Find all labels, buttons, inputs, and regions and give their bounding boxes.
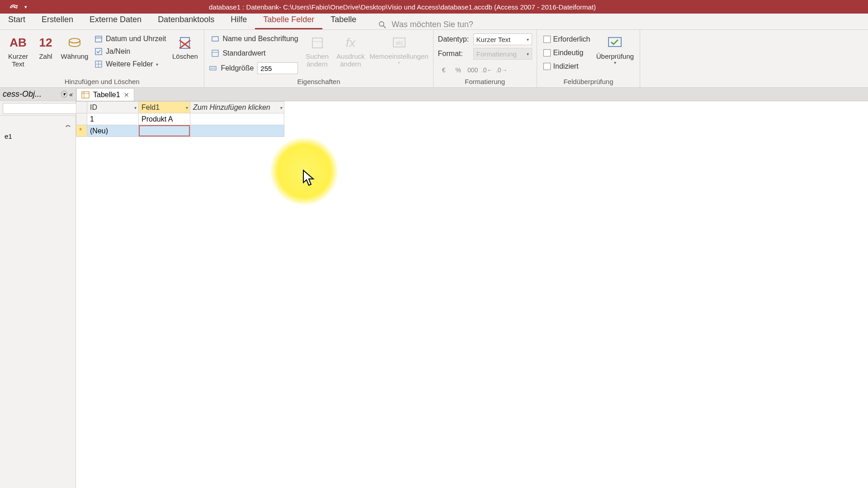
col-f1-label: Feld1 [142, 103, 160, 111]
cell-feld1[interactable]: Produkt A [139, 113, 190, 125]
chk-eindeutig[interactable]: Eindeutig [542, 48, 592, 58]
checkbox-icon [543, 36, 551, 43]
btn-datum[interactable]: Datum und Uhrzeit [92, 33, 168, 44]
cell-empty[interactable] [190, 125, 284, 137]
column-header-add[interactable]: Zum Hinzufügen klicken ▾ [190, 102, 284, 113]
cursor-icon [302, 169, 318, 188]
tab-datenbanktools[interactable]: Datenbanktools [150, 11, 222, 29]
datentyp-value: Kurzer Text [476, 36, 511, 43]
btn-weitere[interactable]: Weitere Felder ▾ [92, 59, 168, 70]
btn-name-beschriftung[interactable]: Name und Beschriftung [209, 33, 300, 44]
tab-tabelle-felder[interactable]: Tabelle Felder [255, 11, 322, 29]
size-icon [209, 64, 217, 72]
column-dropdown-icon[interactable]: ▾ [186, 105, 188, 110]
btn-standard-label: Standardwert [222, 49, 265, 57]
btn-kurzer-text-label: Kurzer Text [5, 52, 32, 68]
highlight-spotlight [270, 137, 338, 205]
select-all-cell[interactable] [76, 102, 87, 113]
column-header-id[interactable]: ID ▾ [87, 102, 139, 113]
tab-start[interactable]: Start [0, 11, 33, 29]
datentyp-select[interactable]: Kurzer Text ▾ [473, 33, 532, 45]
row-selector[interactable] [76, 113, 87, 125]
checkbox-icon [94, 47, 103, 56]
redo-icon[interactable] [9, 3, 19, 11]
btn-loeschen-label: Löschen [172, 52, 198, 60]
feldgroesse-input[interactable] [257, 62, 298, 74]
chevron-down-icon: ▾ [527, 52, 529, 56]
svg-rect-13 [212, 50, 218, 56]
tell-me-search[interactable]: Was möchten Sie tun? [378, 20, 473, 29]
tab-externe-daten[interactable]: Externe Daten [81, 11, 150, 29]
feldgroesse-label: Feldgröße [221, 64, 254, 72]
group-formatting-label: Formatierung [438, 76, 532, 87]
svg-text:ab|: ab| [396, 40, 403, 46]
btn-kurzer-text[interactable]: AB Kurzer Text [5, 32, 32, 68]
svg-rect-23 [82, 92, 89, 98]
chk-erforderlich[interactable]: Erforderlich [542, 34, 592, 44]
btn-suchen-label: Suchen ändern [303, 52, 332, 68]
datasheet-area: Tabelle1 ✕ ID ▾ Feld1 ▾ Zum Hinz [76, 88, 868, 488]
btn-standardwert[interactable]: Standardwert [209, 48, 300, 59]
btn-name-label: Name und Beschriftung [222, 35, 298, 43]
percent-format-icon: % [453, 65, 464, 75]
format-select: Formatierung ▾ [473, 48, 532, 60]
cell-id[interactable]: 1 [87, 113, 139, 125]
btn-loeschen[interactable]: Löschen [170, 32, 199, 60]
column-header-feld1[interactable]: Feld1 ▾ [139, 102, 190, 113]
btn-ueberpruefung[interactable]: Überprüfung ▾ [594, 32, 635, 66]
tab-tabelle[interactable]: Tabelle [322, 11, 364, 29]
doc-tab-tabelle1[interactable]: Tabelle1 ✕ [76, 88, 134, 101]
svg-rect-20 [609, 38, 621, 47]
new-row-indicator: * [76, 125, 87, 137]
datasheet-grid[interactable]: ID ▾ Feld1 ▾ Zum Hinzufügen klicken ▾ 1 [76, 101, 868, 488]
cell-new-id[interactable]: (Neu) [87, 125, 139, 137]
row-datentyp: Datentyp: Kurzer Text ▾ [438, 33, 532, 45]
nav-title: cess-Obj... [3, 89, 42, 99]
field-feldgroesse: Feldgröße [209, 62, 300, 74]
delete-icon [176, 34, 193, 52]
btn-ausdruck-aendern: fx Ausdruck ändern [335, 32, 367, 68]
btn-memo: ab| Memoeinstellungen ▾ [370, 32, 429, 66]
new-record-row[interactable]: * (Neu) [76, 125, 284, 137]
currency-format-icon: € [438, 65, 450, 75]
group-add-delete-label: Hinzufügen und Löschen [5, 76, 199, 87]
column-dropdown-icon[interactable]: ▾ [134, 105, 137, 110]
nav-header[interactable]: cess-Obj... ▾ « [0, 88, 75, 101]
btn-waehrung[interactable]: Währung [60, 32, 90, 60]
svg-rect-16 [312, 38, 322, 48]
column-dropdown-icon[interactable]: ▾ [280, 105, 282, 110]
nav-group-collapse-icon[interactable]: ︽ [66, 121, 71, 129]
svg-rect-3 [95, 36, 102, 42]
nav-dropdown-icon[interactable]: ▾ [61, 91, 67, 98]
group-validation: Erforderlich Eindeutig Indiziert Überprü… [537, 30, 641, 87]
indiziert-label: Indiziert [553, 62, 579, 70]
nav-search-input[interactable] [3, 103, 84, 114]
cell-new-feld1-editing[interactable] [139, 125, 190, 137]
chevron-down-icon: ▾ [156, 62, 158, 67]
btn-zahl-label: Zahl [39, 52, 52, 60]
close-icon[interactable]: ✕ [124, 91, 129, 99]
lookup-icon [309, 34, 326, 52]
group-properties-label: Eigenschaften [209, 76, 428, 87]
row-format: Format: Formatierung ▾ [438, 48, 532, 60]
btn-zahl[interactable]: 12 Zahl [34, 32, 57, 60]
cell-empty[interactable] [190, 113, 284, 125]
svg-rect-12 [212, 37, 218, 41]
datentyp-label: Datentyp: [438, 35, 470, 43]
chk-indiziert[interactable]: Indiziert [542, 61, 592, 71]
svg-rect-5 [95, 48, 102, 55]
col-id-label: ID [90, 103, 97, 111]
table-row[interactable]: 1 Produkt A [76, 113, 284, 125]
format-value: Formatierung [476, 50, 517, 58]
tab-hilfe[interactable]: Hilfe [222, 11, 255, 29]
decrease-decimal-icon: .0→ [496, 65, 508, 75]
nav-collapse-icon[interactable]: « [69, 91, 73, 98]
ribbon-tabs: Start Erstellen Externe Daten Datenbankt… [0, 14, 868, 30]
grid-icon [94, 60, 103, 69]
tab-erstellen[interactable]: Erstellen [33, 11, 81, 29]
nav-item-tabelle1[interactable]: e1 [3, 131, 73, 142]
btn-janein[interactable]: Ja/Nein [92, 46, 168, 57]
increase-decimal-icon: .0← [481, 65, 493, 75]
currency-icon [66, 34, 83, 52]
col-add-label: Zum Hinzufügen klicken [193, 103, 270, 111]
